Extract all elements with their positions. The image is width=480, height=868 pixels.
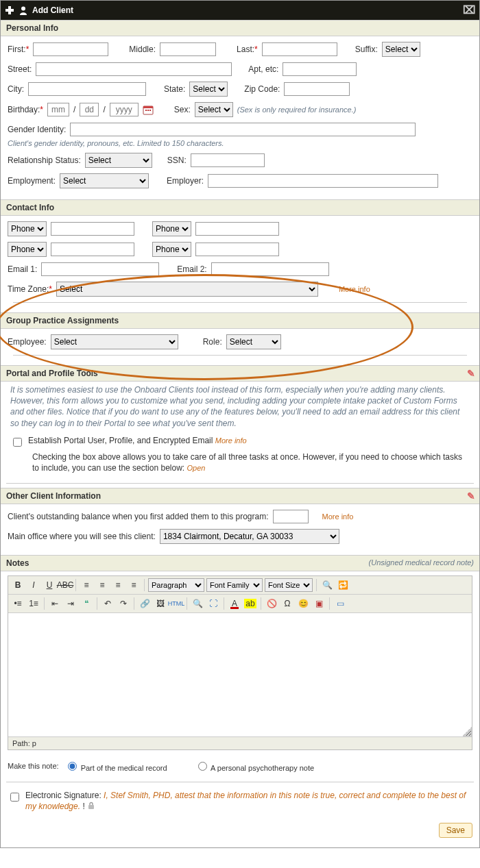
radio-psychotherapy-note[interactable]: A personal psychotherapy note: [195, 760, 315, 772]
label-email1: Email 1:: [8, 264, 37, 274]
phone-1-input[interactable]: [51, 222, 134, 236]
radio-medical-record[interactable]: Part of the medical record: [64, 760, 167, 772]
signature-bang: !: [82, 802, 84, 811]
media-button[interactable]: ▣: [312, 597, 326, 610]
label-street: Street:: [8, 64, 32, 74]
establish-portal-label: Establish Portal User, Profile, and Encr…: [28, 436, 213, 445]
section-title: Personal Info: [6, 23, 58, 33]
section-personal-info: Personal Info: [1, 20, 479, 36]
close-icon[interactable]: ⌧: [463, 3, 475, 16]
edit-icon[interactable]: ✎: [467, 491, 475, 501]
paragraph-select[interactable]: Paragraph: [148, 578, 204, 592]
font-size-select[interactable]: Font Size: [265, 578, 313, 592]
email1-input[interactable]: [41, 262, 159, 276]
emoticon-button[interactable]: 😊: [296, 597, 310, 610]
bg-color-button[interactable]: ab: [243, 597, 257, 610]
window-button[interactable]: ▭: [333, 597, 347, 610]
replace-button[interactable]: 🔁: [336, 578, 350, 592]
save-button[interactable]: Save: [439, 823, 472, 838]
apt-input[interactable]: [283, 62, 357, 76]
italic-button[interactable]: I: [27, 578, 40, 592]
phone-type-3[interactable]: Phone: [8, 242, 47, 257]
fullscreen-button[interactable]: ⛶: [206, 597, 220, 610]
phone-type-4[interactable]: Phone: [152, 242, 191, 257]
timezone-select[interactable]: Select: [56, 282, 318, 297]
label-timezone: Time Zone:*: [8, 284, 52, 294]
birthday-dd[interactable]: [80, 103, 99, 116]
align-left-button[interactable]: ≡: [80, 578, 93, 592]
establish-portal-checkbox[interactable]: [13, 438, 22, 447]
link-button[interactable]: 🔗: [138, 597, 152, 610]
balance-more-info[interactable]: More info: [322, 512, 354, 521]
city-input[interactable]: [28, 82, 146, 96]
preview-button[interactable]: 🔍: [191, 597, 204, 610]
phone-type-2[interactable]: Phone: [152, 221, 191, 236]
label-employer: Employer:: [167, 176, 204, 186]
font-family-select[interactable]: Font Family: [206, 578, 263, 592]
relstatus-select[interactable]: Select: [85, 153, 152, 168]
svg-rect-6: [147, 110, 149, 111]
underline-button[interactable]: U: [43, 578, 56, 592]
gender-input[interactable]: [70, 123, 416, 136]
middle-input[interactable]: [160, 42, 216, 56]
first-input[interactable]: [33, 42, 108, 56]
svg-rect-4: [143, 106, 153, 108]
calendar-icon[interactable]: [143, 105, 154, 115]
undo-button[interactable]: ↶: [101, 597, 115, 610]
outdent-button[interactable]: ⇤: [48, 597, 62, 610]
section-notes: Notes (Unsigned medical record note): [1, 555, 479, 571]
image-button[interactable]: 🖼: [154, 597, 167, 610]
bullet-list-button[interactable]: •≡: [11, 597, 25, 610]
label-apt: Apt, etc:: [248, 64, 278, 74]
blockquote-button[interactable]: ❝: [80, 597, 93, 610]
align-right-button[interactable]: ≡: [111, 578, 125, 592]
edit-icon[interactable]: ✎: [467, 368, 475, 379]
employment-select[interactable]: Select: [60, 173, 149, 188]
zip-input[interactable]: [284, 82, 350, 96]
phone-3-input[interactable]: [51, 243, 134, 256]
signature-checkbox[interactable]: [10, 793, 19, 802]
label-employee: Employee:: [8, 337, 47, 347]
bold-button[interactable]: B: [11, 578, 25, 592]
special-char-button[interactable]: Ω: [280, 597, 294, 610]
clear-format-button[interactable]: 🚫: [265, 597, 278, 610]
timezone-more-info[interactable]: More info: [339, 285, 370, 293]
window-title: Add Client: [32, 5, 73, 15]
employee-select[interactable]: Select: [51, 334, 178, 349]
label-city: City:: [8, 84, 24, 94]
sex-select[interactable]: Select: [195, 102, 233, 117]
main-office-select[interactable]: 1834 Clairmont, Decatur, GA 30033: [160, 529, 339, 544]
ssn-input[interactable]: [191, 153, 265, 167]
find-button[interactable]: 🔍: [320, 578, 334, 592]
label-role: Role:: [203, 337, 222, 347]
html-button[interactable]: HTML: [169, 597, 183, 610]
editor-textarea[interactable]: [8, 613, 472, 736]
phone-type-1[interactable]: Phone: [8, 221, 47, 236]
redo-button[interactable]: ↷: [117, 597, 130, 610]
phone-2-input[interactable]: [195, 222, 279, 236]
editor-toolbar-2: •≡ 1≡ ⇤ ⇥ ❝ ↶ ↷ 🔗 🖼 HTML 🔍 ⛶ A ab 🚫 Ω 😊 …: [8, 595, 472, 613]
street-input[interactable]: [36, 62, 232, 76]
label-employment: Employment:: [8, 176, 56, 186]
label-suffix: Suffix:: [355, 45, 378, 54]
birthday-yyyy[interactable]: [110, 103, 139, 116]
phone-4-input[interactable]: [195, 243, 279, 256]
role-select[interactable]: Select: [226, 334, 281, 349]
align-justify-button[interactable]: ≡: [127, 578, 141, 592]
establish-portal-more-info[interactable]: More info: [215, 436, 247, 445]
email2-input[interactable]: [211, 262, 329, 276]
portal-open-link[interactable]: Open: [187, 464, 205, 472]
suffix-select[interactable]: Select: [382, 42, 420, 57]
number-list-button[interactable]: 1≡: [27, 597, 40, 610]
strike-button[interactable]: ABC: [58, 578, 72, 592]
balance-input[interactable]: [273, 510, 309, 523]
signature-label: Electronic Signature:: [25, 791, 101, 800]
employer-input[interactable]: [208, 174, 438, 188]
last-input[interactable]: [262, 42, 337, 56]
indent-button[interactable]: ⇥: [64, 597, 77, 610]
person-icon: [19, 5, 28, 15]
state-select[interactable]: Select: [189, 82, 228, 97]
birthday-mm[interactable]: [47, 103, 69, 116]
align-center-button[interactable]: ≡: [95, 578, 109, 592]
font-color-button[interactable]: A: [228, 597, 241, 610]
